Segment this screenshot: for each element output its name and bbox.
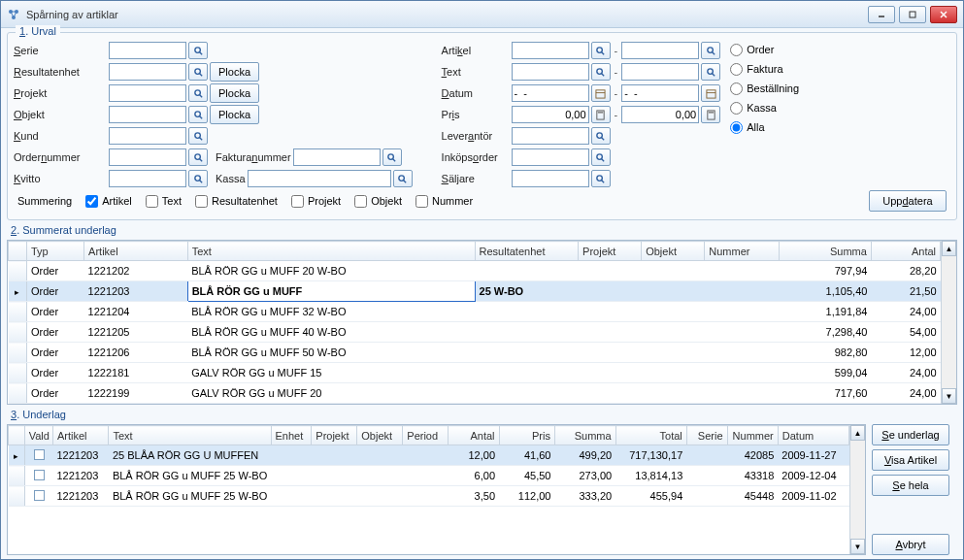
scroll-up-icon[interactable]: ▲ bbox=[942, 241, 956, 256]
col-artikel[interactable]: Artikel bbox=[84, 242, 188, 261]
table-row[interactable]: 1221203BLÅ RÖR GG u MUFF 25 W-BO3,50112,… bbox=[9, 486, 849, 507]
se-hela-button[interactable]: Se hela bbox=[872, 475, 949, 496]
datum-from-input[interactable] bbox=[512, 84, 589, 102]
projekt-input[interactable] bbox=[109, 84, 186, 102]
col-typ[interactable]: Typ bbox=[26, 242, 83, 261]
plocka-projekt-button[interactable]: Plocka bbox=[210, 83, 259, 103]
pris-from-input[interactable] bbox=[512, 106, 589, 123]
col3-total[interactable]: Total bbox=[615, 426, 686, 445]
saljare-input[interactable] bbox=[512, 170, 589, 187]
lookup-kassa-icon[interactable] bbox=[393, 170, 413, 187]
col-projekt[interactable]: Projekt bbox=[579, 242, 642, 261]
chk-resultatenhet[interactable]: Resultatenhet bbox=[195, 195, 278, 208]
ordernummer-input[interactable] bbox=[109, 148, 186, 166]
chk-text[interactable]: Text bbox=[146, 195, 182, 208]
inkopsorder-input[interactable] bbox=[512, 148, 589, 166]
calc-from-icon[interactable] bbox=[591, 106, 611, 123]
vald-checkbox[interactable] bbox=[34, 490, 45, 501]
datum-to-input[interactable] bbox=[621, 84, 699, 102]
kvitto-input[interactable] bbox=[109, 170, 186, 187]
lookup-kund-icon[interactable] bbox=[188, 127, 208, 145]
col3-objekt[interactable]: Objekt bbox=[357, 426, 403, 445]
lookup-text-to-icon[interactable] bbox=[701, 63, 720, 81]
lookup-artikel-from-icon[interactable] bbox=[591, 42, 611, 59]
col-nummer[interactable]: Nummer bbox=[705, 242, 780, 261]
table-row[interactable]: Order1222181GALV RÖR GG u MUFF 15599,042… bbox=[9, 363, 941, 383]
col-antal[interactable]: Antal bbox=[871, 242, 940, 261]
radio-alla[interactable]: Alla bbox=[730, 118, 799, 136]
lookup-leverantor-icon[interactable] bbox=[591, 127, 611, 145]
lookup-kvitto-icon[interactable] bbox=[188, 170, 208, 187]
leverantor-input[interactable] bbox=[512, 127, 589, 145]
lookup-resultatenhet-icon[interactable] bbox=[188, 63, 208, 81]
lookup-serie-icon[interactable] bbox=[188, 42, 208, 59]
grid3-scrollbar[interactable]: ▲ ▼ bbox=[849, 425, 865, 554]
calc-to-icon[interactable] bbox=[701, 106, 720, 123]
table-row[interactable]: Order1221206BLÅ RÖR GG u MUFF 50 W-BO982… bbox=[9, 343, 941, 363]
chk-objekt[interactable]: Objekt bbox=[354, 195, 402, 208]
text-from-input[interactable] bbox=[512, 63, 589, 81]
col3-vald[interactable]: Vald bbox=[24, 426, 52, 445]
col3-projekt[interactable]: Projekt bbox=[312, 426, 357, 445]
lookup-text-from-icon[interactable] bbox=[591, 63, 611, 81]
radio-order[interactable]: Order bbox=[730, 41, 799, 58]
col3-text[interactable]: Text bbox=[109, 426, 271, 445]
resultatenhet-input[interactable] bbox=[109, 63, 186, 81]
table-row[interactable]: Order1222199GALV RÖR GG u MUFF 20717,602… bbox=[9, 383, 941, 404]
radio-kassa[interactable]: Kassa bbox=[730, 99, 799, 116]
minimize-button[interactable] bbox=[868, 6, 895, 23]
visa-artikel-button[interactable]: Visa Artikel bbox=[872, 449, 949, 471]
pris-to-input[interactable] bbox=[621, 106, 699, 123]
col3-nummer[interactable]: Nummer bbox=[727, 426, 778, 445]
lookup-ordernummer-icon[interactable] bbox=[188, 148, 208, 166]
table-row[interactable]: 122120325 BLÅA RÖR GG U MUFFEN12,0041,60… bbox=[9, 445, 849, 466]
chk-projekt[interactable]: Projekt bbox=[291, 195, 341, 208]
se-underlag-button[interactable]: Se underlag bbox=[872, 424, 949, 445]
kassa-input[interactable] bbox=[248, 170, 391, 187]
text-to-input[interactable] bbox=[621, 63, 699, 81]
scroll-down-icon[interactable]: ▼ bbox=[850, 539, 865, 554]
col3-pris[interactable]: Pris bbox=[499, 426, 554, 445]
col3-datum[interactable]: Datum bbox=[778, 426, 848, 445]
table-row[interactable]: Order1221203BLÅ RÖR GG u MUFF25 W-BO1,10… bbox=[9, 281, 941, 302]
col3-serie[interactable]: Serie bbox=[686, 426, 727, 445]
table-row[interactable]: 1221203BLÅ RÖR GG u MUFF 25 W-BO6,0045,5… bbox=[9, 466, 849, 486]
vald-checkbox[interactable] bbox=[34, 470, 45, 480]
lookup-projekt-icon[interactable] bbox=[188, 84, 208, 102]
col3-artikel[interactable]: Artikel bbox=[52, 426, 108, 445]
col3-enhet[interactable]: Enhet bbox=[271, 426, 312, 445]
serie-input[interactable] bbox=[109, 42, 186, 59]
table-row[interactable]: Order1221202BLÅ RÖR GG u MUFF 20 W-BO797… bbox=[9, 261, 941, 281]
grid-summerat[interactable]: Typ Artikel Text Resultatenhet Projekt O… bbox=[7, 240, 957, 405]
artikel-to-input[interactable] bbox=[621, 42, 699, 59]
uppdatera-button[interactable]: Uppdatera bbox=[869, 190, 947, 212]
maximize-button[interactable] bbox=[899, 6, 926, 23]
radio-faktura[interactable]: Faktura bbox=[730, 60, 799, 78]
chk-artikel[interactable]: Artikel bbox=[85, 195, 132, 208]
scroll-up-icon[interactable]: ▲ bbox=[850, 425, 865, 441]
col3-summa[interactable]: Summa bbox=[554, 426, 615, 445]
radio-bestallning[interactable]: Beställning bbox=[730, 80, 799, 97]
artikel-from-input[interactable] bbox=[512, 42, 589, 59]
calendar-to-icon[interactable] bbox=[701, 84, 720, 102]
col3-antal[interactable]: Antal bbox=[449, 426, 499, 445]
plocka-resultatenhet-button[interactable]: Plocka bbox=[210, 62, 259, 82]
grid-underlag[interactable]: Vald Artikel Text Enhet Projekt Objekt P… bbox=[7, 424, 866, 555]
grid2-scrollbar[interactable]: ▲ ▼ bbox=[941, 241, 956, 404]
lookup-artikel-to-icon[interactable] bbox=[701, 42, 720, 59]
avbryt-button[interactable]: Avbryt bbox=[872, 534, 949, 555]
lookup-saljare-icon[interactable] bbox=[591, 170, 611, 187]
scroll-down-icon[interactable]: ▼ bbox=[942, 388, 956, 404]
close-button[interactable] bbox=[930, 6, 957, 23]
fakturanummer-input[interactable] bbox=[293, 148, 381, 166]
col3-period[interactable]: Period bbox=[403, 426, 449, 445]
table-row[interactable]: Order1221204BLÅ RÖR GG u MUFF 32 W-BO1,1… bbox=[9, 302, 941, 322]
col-resultatenhet[interactable]: Resultatenhet bbox=[475, 242, 579, 261]
lookup-inkopsorder-icon[interactable] bbox=[591, 148, 611, 166]
objekt-input[interactable] bbox=[109, 106, 186, 123]
kund-input[interactable] bbox=[109, 127, 186, 145]
lookup-fakturanummer-icon[interactable] bbox=[382, 148, 402, 166]
col-text[interactable]: Text bbox=[187, 242, 475, 261]
col-summa[interactable]: Summa bbox=[780, 242, 872, 261]
col-objekt[interactable]: Objekt bbox=[642, 242, 705, 261]
